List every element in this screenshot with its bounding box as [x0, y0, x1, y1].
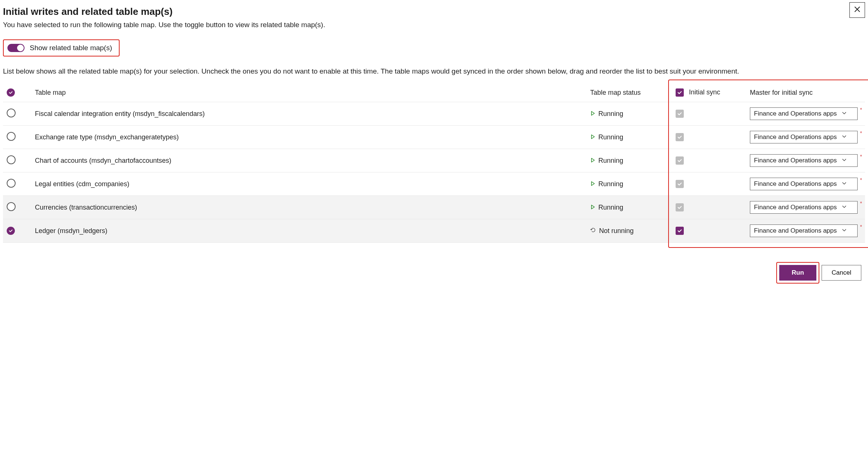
play-icon [590, 110, 595, 118]
header-status[interactable]: Table map status [586, 83, 672, 102]
table-row[interactable]: Currencies (transactioncurrencies)Runnin… [3, 196, 865, 219]
header-sync-label: Initial sync [689, 88, 720, 96]
row-select[interactable] [3, 172, 31, 196]
master-select[interactable]: Finance and Operations apps [750, 178, 858, 190]
status-text: Not running [599, 227, 634, 235]
radio-empty-icon [7, 202, 16, 211]
radio-empty-icon [7, 109, 16, 117]
table-row[interactable]: Chart of accounts (msdyn_chartofaccounts… [3, 149, 865, 172]
required-indicator: * [860, 177, 862, 183]
table-area: Table map Table map status Initial sync … [3, 83, 865, 243]
status-text: Running [598, 204, 623, 211]
initial-sync-checkbox [676, 180, 684, 188]
row-select[interactable] [3, 219, 31, 243]
master-select-value: Finance and Operations apps [754, 157, 837, 164]
chevron-down-icon [842, 180, 847, 188]
refresh-icon [590, 227, 596, 235]
row-status: Not running [586, 219, 672, 243]
master-select-value: Finance and Operations apps [754, 110, 837, 117]
required-indicator: * [860, 153, 862, 159]
initial-sync-checkbox [676, 156, 684, 165]
row-status: Running [586, 149, 672, 172]
master-select-value: Finance and Operations apps [754, 180, 837, 188]
table-maps-table: Table map Table map status Initial sync … [3, 83, 865, 243]
play-icon [590, 204, 595, 211]
row-master: Finance and Operations apps* [746, 102, 865, 126]
run-button-highlight: Run [779, 265, 816, 281]
table-row[interactable]: Legal entities (cdm_companies)RunningFin… [3, 172, 865, 196]
row-master: Finance and Operations apps* [746, 172, 865, 196]
master-select[interactable]: Finance and Operations apps [750, 201, 858, 214]
list-description: List below shows all the related table m… [3, 66, 865, 77]
row-master: Finance and Operations apps* [746, 126, 865, 149]
required-indicator: * [860, 200, 862, 206]
header-check-icon[interactable] [7, 88, 15, 97]
header-sync: Initial sync [672, 83, 746, 102]
row-select[interactable] [3, 126, 31, 149]
initial-sync-checkbox [676, 133, 684, 141]
dialog-title: Initial writes and related table map(s) [3, 6, 865, 17]
required-indicator: * [860, 107, 862, 113]
radio-empty-icon [7, 132, 16, 141]
row-initial-sync [672, 172, 746, 196]
header-name[interactable]: Table map [31, 83, 586, 102]
close-button[interactable] [849, 2, 865, 18]
radio-empty-icon [7, 179, 16, 188]
toggle-knob [17, 45, 24, 51]
initial-sync-checkbox [676, 110, 684, 118]
row-name: Currencies (transactioncurrencies) [31, 196, 586, 219]
close-icon [854, 6, 861, 14]
chevron-down-icon [842, 227, 847, 234]
chevron-down-icon [842, 133, 847, 141]
row-master: Finance and Operations apps* [746, 149, 865, 172]
row-name: Ledger (msdyn_ledgers) [31, 219, 586, 243]
row-initial-sync [672, 149, 746, 172]
master-select[interactable]: Finance and Operations apps [750, 154, 858, 167]
cancel-button[interactable]: Cancel [822, 265, 861, 281]
row-name: Exchange rate type (msdyn_exchangeratety… [31, 126, 586, 149]
header-select [3, 83, 31, 102]
play-icon [590, 157, 595, 165]
initial-sync-header-checkbox[interactable] [676, 88, 684, 97]
dialog-footer: Run Cancel [3, 265, 865, 281]
table-row[interactable]: Ledger (msdyn_ledgers)Not runningFinance… [3, 219, 865, 243]
required-indicator: * [860, 224, 862, 230]
status-text: Running [598, 133, 623, 141]
master-select-value: Finance and Operations apps [754, 204, 837, 211]
row-initial-sync [672, 196, 746, 219]
status-text: Running [598, 180, 623, 188]
status-text: Running [598, 157, 623, 165]
row-name: Legal entities (cdm_companies) [31, 172, 586, 196]
play-icon [590, 133, 595, 141]
master-select[interactable]: Finance and Operations apps [750, 224, 858, 237]
status-text: Running [598, 110, 623, 118]
required-indicator: * [860, 130, 862, 136]
dialog: Initial writes and related table map(s) … [0, 0, 868, 292]
chevron-down-icon [842, 110, 847, 117]
row-name: Chart of accounts (msdyn_chartofaccounts… [31, 149, 586, 172]
row-initial-sync[interactable] [672, 219, 746, 243]
initial-sync-checkbox[interactable] [676, 227, 684, 235]
master-select[interactable]: Finance and Operations apps [750, 131, 858, 143]
row-select[interactable] [3, 196, 31, 219]
toggle-label: Show related table map(s) [30, 44, 112, 52]
master-select-value: Finance and Operations apps [754, 133, 837, 141]
header-master[interactable]: Master for initial sync [746, 83, 865, 102]
row-status: Running [586, 172, 672, 196]
master-select[interactable]: Finance and Operations apps [750, 107, 858, 120]
row-master: Finance and Operations apps* [746, 196, 865, 219]
row-name: Fiscal calendar integration entity (msdy… [31, 102, 586, 126]
toggle-box-highlight: Show related table map(s) [3, 39, 120, 56]
table-row[interactable]: Exchange rate type (msdyn_exchangeratety… [3, 126, 865, 149]
table-row[interactable]: Fiscal calendar integration entity (msdy… [3, 102, 865, 126]
row-initial-sync [672, 102, 746, 126]
row-select[interactable] [3, 149, 31, 172]
radio-checked-icon [7, 227, 15, 235]
row-status: Running [586, 126, 672, 149]
row-select[interactable] [3, 102, 31, 126]
play-icon [590, 180, 595, 188]
show-related-toggle[interactable] [7, 44, 25, 52]
run-button[interactable]: Run [779, 265, 816, 281]
dialog-subtitle: You have selected to run the following t… [3, 20, 865, 30]
master-select-value: Finance and Operations apps [754, 227, 837, 234]
